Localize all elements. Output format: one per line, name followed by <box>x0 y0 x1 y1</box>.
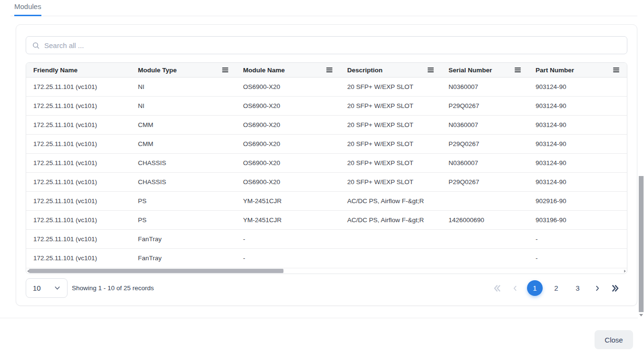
table-cell: 20 SFP+ W/EXP SLOT <box>340 97 441 115</box>
table-cell: 903124-90 <box>528 78 627 96</box>
table-cell: OS6900-X20 <box>236 116 340 134</box>
page-size-select[interactable]: 10 <box>26 278 68 298</box>
table-body: 172.25.11.101 (vc101)NIOS6900-X2020 SFP+… <box>26 78 627 268</box>
footer-divider <box>0 318 638 318</box>
tab-bar: Modules <box>10 0 637 16</box>
chevron-down-icon <box>54 285 60 291</box>
table-cell: AC/DC PS, Airflow F-&gt;R <box>340 192 441 210</box>
records-summary: Showing 1 - 10 of 25 records <box>72 284 154 292</box>
table-cell: 172.25.11.101 (vc101) <box>26 154 131 172</box>
table-cell: OS6900-X20 <box>236 135 340 153</box>
modules-table: Friendly Name Module Type Module Name De… <box>26 62 627 274</box>
column-header: Module Type <box>131 63 236 77</box>
table-cell: 20 SFP+ W/EXP SLOT <box>340 154 441 172</box>
table-cell <box>441 249 528 268</box>
column-header-label: Module Name <box>243 67 285 74</box>
page-3-button[interactable]: 3 <box>570 280 585 296</box>
horizontal-scrollbar-thumb[interactable] <box>29 269 283 273</box>
table-cell: 20 SFP+ W/EXP SLOT <box>340 135 441 153</box>
previous-page-button[interactable] <box>509 280 521 296</box>
column-header: Module Name <box>236 63 340 77</box>
table-cell: 20 SFP+ W/EXP SLOT <box>340 78 441 96</box>
table-header-row: Friendly Name Module Type Module Name De… <box>26 63 627 78</box>
table-cell: OS6900-X20 <box>236 97 340 115</box>
column-menu-icon[interactable] <box>222 68 228 72</box>
table-cell: 902916-90 <box>528 192 627 210</box>
column-header-label: Part Number <box>536 67 574 74</box>
table-horizontal-scrollbar[interactable] <box>26 268 627 274</box>
table-cell: NI <box>131 97 236 115</box>
table-cell: 1426000690 <box>441 211 528 229</box>
column-header: Part Number <box>528 63 627 77</box>
table-cell: CMM <box>131 135 236 153</box>
pager: 1 2 3 <box>491 280 622 296</box>
table-row: 172.25.11.101 (vc101)CMMOS6900-X2020 SFP… <box>26 135 627 154</box>
table-row: 172.25.11.101 (vc101)CHASSISOS6900-X2020… <box>26 173 627 192</box>
table-cell: N0360007 <box>441 116 528 134</box>
table-cell: OS6900-X20 <box>236 154 340 172</box>
table-cell: YM-2451CJR <box>236 211 340 229</box>
table-cell: OS6900-X20 <box>236 78 340 96</box>
table-cell: - <box>528 230 627 248</box>
next-page-button[interactable] <box>591 280 604 296</box>
table-cell: 20 SFP+ W/EXP SLOT <box>340 116 441 134</box>
table-cell: - <box>236 230 340 248</box>
scroll-right-arrow-icon[interactable] <box>624 270 626 273</box>
table-cell: 903124-90 <box>528 173 627 191</box>
column-header-label: Friendly Name <box>33 67 78 74</box>
first-page-button[interactable] <box>491 280 503 296</box>
table-cell: P29Q0267 <box>441 135 528 153</box>
last-page-button[interactable] <box>609 280 622 296</box>
table-cell: - <box>236 249 340 268</box>
column-header-label: Module Type <box>138 67 177 74</box>
tab-modules-label: Modules <box>14 2 41 10</box>
column-header-label: Description <box>347 67 382 74</box>
table-cell: YM-2451CJR <box>236 192 340 210</box>
table-cell: PS <box>131 192 236 210</box>
table-cell: 903124-90 <box>528 97 627 115</box>
table-cell: 172.25.11.101 (vc101) <box>26 173 131 191</box>
search-input[interactable] <box>44 41 621 49</box>
search-box <box>26 36 627 54</box>
table-cell: FanTray <box>131 249 236 268</box>
table-cell: N0360007 <box>441 78 528 96</box>
double-chevron-right-icon <box>611 284 620 293</box>
table-cell: 903124-90 <box>528 116 627 134</box>
table-cell: - <box>528 249 627 268</box>
table-cell: 20 SFP+ W/EXP SLOT <box>340 173 441 191</box>
close-button[interactable]: Close <box>595 330 633 349</box>
column-header: Serial Number <box>441 63 528 77</box>
page-1-button[interactable]: 1 <box>527 280 543 296</box>
table-cell: PS <box>131 211 236 229</box>
table-row: 172.25.11.101 (vc101)FanTray-- <box>26 230 627 249</box>
table-cell: P29Q0267 <box>441 173 528 191</box>
column-menu-icon[interactable] <box>515 68 521 72</box>
column-header: Friendly Name <box>26 63 131 77</box>
window-vertical-scrollbar[interactable] <box>638 0 644 353</box>
table-cell <box>340 230 441 248</box>
table-cell: AC/DC PS, Airflow F-&gt;R <box>340 211 441 229</box>
chevron-right-icon <box>594 285 601 292</box>
table-cell: CHASSIS <box>131 154 236 172</box>
vertical-scrollbar-thumb[interactable] <box>639 176 644 312</box>
table-cell: 903124-90 <box>528 154 627 172</box>
modules-panel: Modules Friendly Name Module Type Module… <box>0 0 644 353</box>
column-menu-icon[interactable] <box>326 68 332 72</box>
table-cell: OS6900-X20 <box>236 173 340 191</box>
scroll-down-arrow-icon[interactable] <box>639 314 643 316</box>
table-row: 172.25.11.101 (vc101)NIOS6900-X2020 SFP+… <box>26 97 627 116</box>
chevron-left-icon <box>512 285 518 292</box>
table-row: 172.25.11.101 (vc101)CHASSISOS6900-X2020… <box>26 154 627 173</box>
table-cell <box>441 192 528 210</box>
pagination-bar: 10 Showing 1 - 10 of 25 records <box>26 278 627 298</box>
table-cell <box>441 230 528 248</box>
column-menu-icon[interactable] <box>613 68 619 72</box>
page-2-button[interactable]: 2 <box>548 280 564 296</box>
column-header-label: Serial Number <box>449 67 492 74</box>
table-cell: 172.25.11.101 (vc101) <box>26 78 131 96</box>
table-cell: 903124-90 <box>528 135 627 153</box>
table-row: 172.25.11.101 (vc101)PSYM-2451CJRAC/DC P… <box>26 192 627 211</box>
column-menu-icon[interactable] <box>428 68 434 72</box>
table-cell <box>340 249 441 268</box>
tab-modules[interactable]: Modules <box>14 0 41 16</box>
